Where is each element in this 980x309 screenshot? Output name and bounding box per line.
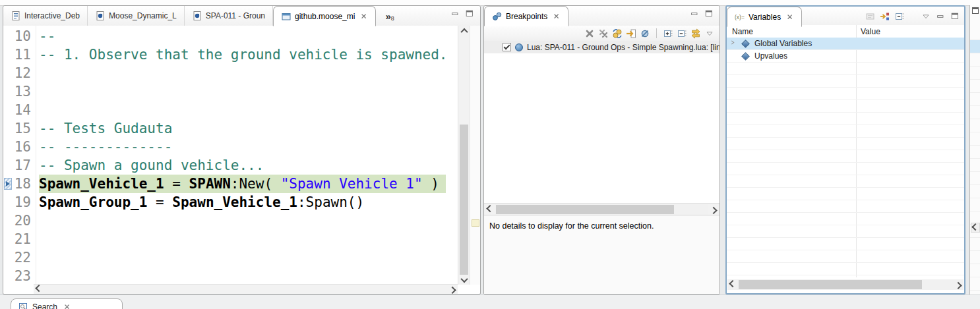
line-number: 14: [3, 101, 39, 119]
maximize-icon[interactable]: [950, 11, 960, 22]
breakpoints-tabbar: Breakpoints: [484, 6, 720, 26]
toolbar-separator: [656, 28, 657, 38]
overview-ruler[interactable]: [470, 26, 480, 285]
show-logical-structure-icon[interactable]: [880, 11, 890, 22]
view-menu-icon[interactable]: [704, 28, 715, 39]
line-number: 20: [3, 211, 39, 230]
show-supported-breakpoints-icon[interactable]: [612, 28, 623, 39]
scroll-left-arrow[interactable]: [727, 279, 738, 290]
go-to-file-icon[interactable]: [626, 28, 636, 39]
code-line-19[interactable]: 19Spawn_Group_1 = Spawn_Vehicle_1:Spawn(…: [3, 193, 458, 211]
variables-column-headers[interactable]: Name Value: [727, 25, 964, 38]
variable-row-global-variables[interactable]: Global Variables: [727, 38, 964, 50]
breakpoints-list[interactable]: Lua: SPA-011 - Ground Ops - Simple Spawn…: [484, 41, 720, 203]
code-text: -- Tests Gudauta: [39, 119, 172, 138]
clipped-grid-row: [970, 80, 980, 93]
close-icon[interactable]: [786, 13, 794, 21]
tab-variables[interactable]: (x)= Variables: [727, 7, 802, 27]
maximize-icon[interactable]: [972, 7, 979, 14]
code-line-14[interactable]: 14: [3, 101, 458, 119]
code-line-17[interactable]: 17-- Spawn a gound vehicle...: [3, 156, 458, 175]
scroll-right-arrow[interactable]: [953, 279, 964, 290]
scroll-left-arrow[interactable]: [485, 204, 495, 215]
scrollbar-thumb[interactable]: [460, 125, 468, 277]
details-message: No details to display for the current se…: [489, 221, 654, 231]
close-icon[interactable]: [360, 13, 368, 20]
editor-tab-github-moose-mi[interactable]: github.moose_mi: [273, 6, 376, 26]
remove-all-breakpoints-icon[interactable]: [598, 28, 609, 39]
variables-toolbar: [865, 7, 964, 26]
empty-grid-row: [727, 63, 964, 75]
breakpoints-horizontal-scrollbar[interactable]: [484, 203, 720, 215]
variable-name: Upvalues: [754, 51, 787, 61]
breakpoint-label: Lua: SPA-011 - Ground Ops - Simple Spawn…: [527, 43, 720, 52]
scroll-down-arrow[interactable]: [458, 275, 470, 285]
tab-overflow-chevron[interactable]: » 8: [385, 6, 394, 26]
clipped-grid-row: [970, 40, 980, 53]
tab-breakpoints[interactable]: Breakpoints: [484, 6, 568, 26]
minimize-icon[interactable]: [689, 9, 700, 19]
code-editor[interactable]: 10--11-- 1. Observe that the ground vehi…: [3, 26, 480, 285]
code-line-23[interactable]: 23: [3, 267, 458, 285]
code-line-11[interactable]: 11-- 1. Observe that the ground vehicle …: [3, 45, 458, 64]
scroll-up-arrow[interactable]: [458, 26, 470, 36]
clipped-grid-row: [970, 119, 980, 132]
tab-label: SPA-011 - Groun: [206, 11, 265, 20]
code-text: --: [39, 27, 55, 45]
column-header-value[interactable]: Value: [856, 27, 880, 36]
editor-tab-spa-011-groun[interactable]: SPA-011 - Groun: [185, 6, 273, 26]
code-line-21[interactable]: 21: [3, 230, 458, 248]
breakpoint-row[interactable]: Lua: SPA-011 - Ground Ops - Simple Spawn…: [484, 41, 720, 53]
editor-tab-moose-dynamic-l[interactable]: Moose_Dynamic_L: [88, 6, 185, 26]
minimize-icon[interactable]: [450, 9, 460, 19]
variable-row-upvalues[interactable]: Upvalues: [727, 50, 964, 63]
code-line-12[interactable]: 12: [3, 64, 458, 82]
line-number: 23: [3, 267, 39, 285]
lua-file-icon: [192, 11, 202, 21]
line-number: 10: [3, 27, 39, 45]
expand-all-icon[interactable]: [663, 28, 673, 39]
editor-horizontal-scrollbar[interactable]: [34, 284, 458, 294]
editor-vertical-scrollbar[interactable]: [458, 26, 470, 285]
link-with-debug-icon[interactable]: [690, 28, 701, 39]
code-line-22[interactable]: 22: [3, 248, 458, 267]
scroll-left-arrow[interactable]: [971, 223, 980, 233]
collapse-all-icon[interactable]: [677, 28, 687, 39]
breakpoint-checkbox[interactable]: [503, 43, 511, 51]
skip-all-breakpoints-icon[interactable]: [640, 28, 650, 39]
maximize-icon[interactable]: [464, 9, 475, 19]
scrollbar-thumb[interactable]: [739, 280, 922, 289]
code-line-10[interactable]: 10--: [3, 27, 458, 45]
show-type-names-icon[interactable]: [865, 11, 876, 22]
svg-text:(x)=: (x)=: [735, 14, 745, 20]
column-header-name[interactable]: Name: [727, 27, 856, 36]
scroll-left-arrow[interactable]: [34, 285, 44, 294]
maximize-icon[interactable]: [704, 9, 714, 19]
empty-grid-row: [727, 188, 964, 200]
scroll-right-arrow[interactable]: [447, 285, 458, 294]
tab-search[interactable]: Search: [11, 298, 123, 309]
clipped-grid-row: [970, 185, 980, 198]
annotation-marker[interactable]: [472, 219, 479, 227]
empty-grid-row: [727, 125, 964, 138]
view-menu-icon[interactable]: [921, 11, 931, 22]
editor-tabbar: Interactive_DebMoose_Dynamic_LSPA-011 - …: [3, 6, 480, 26]
code-line-15[interactable]: 15-- Tests Gudauta: [3, 119, 458, 138]
scroll-right-arrow[interactable]: [708, 204, 719, 215]
clipped-grid-row: [970, 251, 980, 264]
remove-breakpoint-icon[interactable]: [584, 28, 595, 39]
close-icon[interactable]: [63, 303, 71, 309]
code-line-13[interactable]: 13: [3, 82, 458, 101]
variables-horizontal-scrollbar[interactable]: [727, 279, 964, 290]
variables-tree[interactable]: Global VariablesUpvalues: [727, 38, 964, 277]
scrollbar-thumb[interactable]: [496, 205, 674, 214]
editor-tab-interactive-deb[interactable]: Interactive_Deb: [3, 6, 88, 26]
code-line-18[interactable]: 18Spawn_Vehicle_1 = SPAWN:New( "Spawn Ve…: [3, 175, 458, 193]
expand-chevron-icon[interactable]: [727, 40, 740, 47]
close-icon[interactable]: [553, 13, 561, 20]
minimize-icon[interactable]: [935, 11, 946, 22]
line-number: 12: [3, 64, 39, 82]
collapse-all-icon[interactable]: [894, 11, 905, 22]
code-line-20[interactable]: 20: [3, 211, 458, 230]
code-line-16[interactable]: 16-- -------------: [3, 138, 458, 156]
